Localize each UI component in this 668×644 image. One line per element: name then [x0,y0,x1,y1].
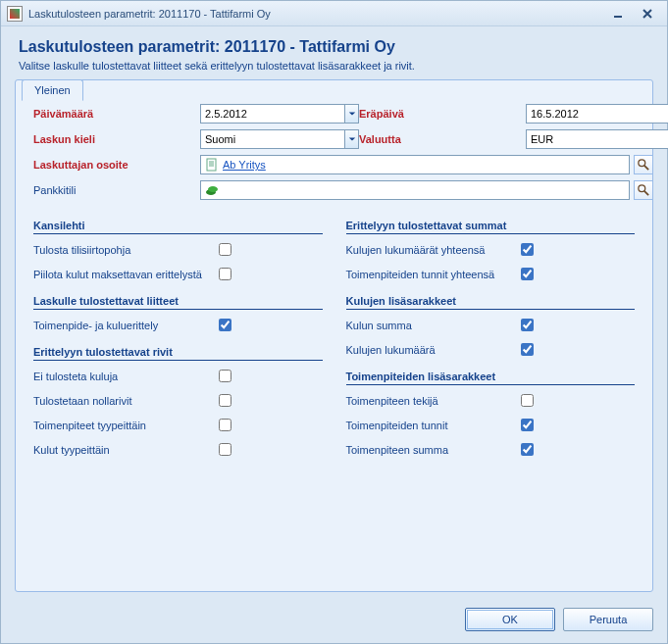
chk-label: Kulut tyypeittäin [33,444,110,456]
header-area: Laskutulosteen parametrit: 2011170 - Tat… [1,26,667,79]
chk-label: Toimenpiteen summa [346,444,449,456]
search-icon [638,184,649,196]
page-title: Laskutulosteen parametrit: 2011170 - Tat… [19,38,649,56]
chk-label: Toimenpiteet tyypeittäin [33,420,146,431]
tab-general[interactable]: Yleinen [22,79,83,101]
dialog-footer: OK Peruuta [1,600,667,643]
app-icon [7,6,23,22]
section-heading: Kansilehti [33,220,323,234]
section-heading: Erittelyyn tulostettavat rivit [33,346,323,361]
section-heading: Kulujen lisäsarakkeet [346,295,636,310]
right-column: Erittelyyn tulostettavat summat Kulujen … [346,214,636,459]
print-transfer-checkbox[interactable] [219,243,231,256]
title-bar: Laskutulosteen parametrit: 2011170 - Tat… [1,1,667,26]
cancel-button[interactable]: Peruuta [563,608,653,631]
sections: Kansilehti Tulosta tilisiirtopohja Piilo… [33,214,635,459]
content-area: Yleinen Päivämäärä Eräpäivä Laskun kieli [1,79,667,600]
biller-addr-link[interactable]: Ab Yritys [223,159,266,171]
chk-label: Ei tulosteta kuluja [33,371,118,382]
action-hours-total-checkbox[interactable] [521,268,534,280]
svg-point-4 [208,186,218,192]
chk-label: Piilota kulut maksettavan erittelystä [33,269,202,280]
expense-sum-checkbox[interactable] [521,319,534,331]
chk-label: Tulostetaan nollarivit [33,395,131,407]
expense-count-checkbox[interactable] [521,343,534,356]
chk-label: Toimenpiteen tekijä [346,395,438,407]
search-icon [638,159,649,171]
action-sum-checkbox[interactable] [521,443,534,456]
minimize-button[interactable] [604,6,632,22]
action-hours-checkbox[interactable] [521,419,534,431]
bank-label: Pankkitili [33,184,200,196]
due-combo[interactable] [526,104,653,124]
top-form: Päivämäärä Eräpäivä Laskun kieli Valuutt… [33,104,635,200]
chk-label: Kulun summa [346,320,412,331]
actions-by-type-checkbox[interactable] [219,419,231,431]
money-icon [205,183,219,197]
chk-label: Kulujen lukumäärä [346,344,436,356]
window-title: Laskutulosteen parametrit: 2011170 - Tat… [28,8,602,20]
expenses-by-type-checkbox[interactable] [219,443,231,456]
chk-label: Tulosta tilisiirtopohja [33,244,130,256]
currency-input[interactable] [526,129,668,149]
search-button[interactable] [634,155,653,174]
no-expenses-checkbox[interactable] [219,370,231,382]
action-author-checkbox[interactable] [521,394,534,407]
date-input[interactable] [200,104,345,124]
expense-count-total-checkbox[interactable] [521,243,534,256]
svg-point-2 [639,160,645,167]
close-button[interactable] [634,6,661,22]
section-heading: Laskulle tulostettavat liitteet [33,295,323,310]
activity-expense-spec-checkbox[interactable] [219,319,231,331]
date-label: Päivämäärä [33,108,200,120]
tab-panel: Yleinen Päivämäärä Eräpäivä Laskun kieli [15,79,653,592]
section-heading: Erittelyyn tulostettavat summat [346,220,636,234]
currency-combo[interactable] [526,129,653,149]
date-combo[interactable] [200,104,359,124]
lang-label: Laskun kieli [33,133,200,145]
chk-label: Kulujen lukumäärät yhteensä [346,244,486,256]
biller-addr-field[interactable]: Ab Yritys [200,155,630,174]
chk-label: Toimenpiteiden tunnit [346,420,448,431]
section-heading: Toimenpiteiden lisäsarakkeet [346,371,636,385]
document-icon [205,158,219,172]
due-input[interactable] [526,104,668,124]
svg-point-5 [639,185,645,192]
left-column: Kansilehti Tulosta tilisiirtopohja Piilo… [33,214,323,459]
dialog-window: Laskutulosteen parametrit: 2011170 - Tat… [0,0,668,644]
chk-label: Toimenpide- ja kuluerittely [33,320,158,331]
lang-combo[interactable] [200,129,359,149]
search-button[interactable] [634,180,653,200]
svg-rect-0 [614,16,622,18]
lang-input[interactable] [200,129,345,149]
chk-label: Toimenpiteiden tunnit yhteensä [346,269,495,280]
page-subtitle: Valitse laskulle tulostettavat liitteet … [19,60,649,72]
chevron-down-icon[interactable] [345,104,359,124]
due-label: Eräpäivä [359,108,526,120]
bank-field[interactable] [200,180,630,200]
print-zero-rows-checkbox[interactable] [219,394,231,407]
svg-rect-1 [207,159,216,171]
chevron-down-icon[interactable] [345,129,359,149]
hide-expenses-checkbox[interactable] [219,268,231,280]
ok-button[interactable]: OK [465,608,555,631]
currency-label: Valuutta [359,133,526,145]
biller-addr-label: Laskuttajan osoite [33,159,200,171]
